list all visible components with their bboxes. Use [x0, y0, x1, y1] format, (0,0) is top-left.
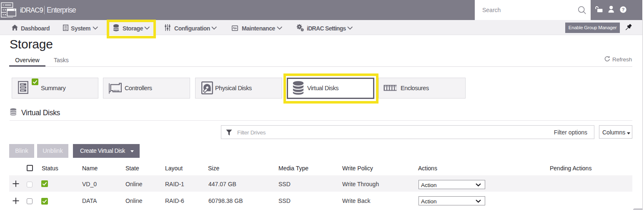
svg-text:?: ?: [621, 7, 624, 12]
